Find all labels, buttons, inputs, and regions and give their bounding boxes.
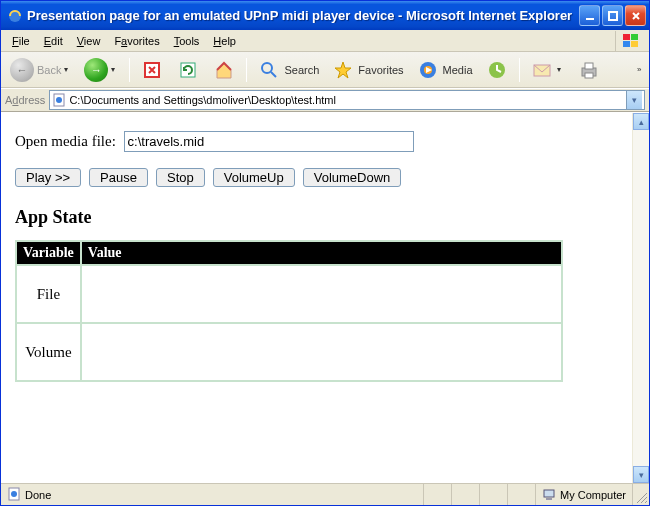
scroll-up-button[interactable]: ▴: [633, 113, 649, 130]
star-icon: [331, 58, 355, 82]
menu-file[interactable]: File: [5, 33, 37, 49]
menu-view[interactable]: View: [70, 33, 108, 49]
svg-point-9: [262, 63, 272, 73]
toolbar: ← Back ▾ → ▾ Search Favorites Media: [1, 52, 649, 88]
open-media-label: Open media file:: [15, 133, 116, 149]
print-button[interactable]: [572, 55, 606, 85]
svg-rect-15: [585, 63, 593, 69]
statusbar: Done My Computer: [1, 483, 649, 505]
refresh-icon: [176, 58, 200, 82]
refresh-button[interactable]: [171, 55, 205, 85]
mail-button[interactable]: ▾: [525, 55, 570, 85]
window-title: Presentation page for an emulated UPnP m…: [27, 8, 579, 23]
address-label: Address: [5, 94, 45, 106]
page-content: Open media file: Play >> Pause Stop Volu…: [1, 113, 632, 483]
scroll-track[interactable]: [633, 130, 649, 466]
zone-text: My Computer: [560, 489, 626, 501]
menu-tools[interactable]: Tools: [167, 33, 207, 49]
stop-nav-button[interactable]: [135, 55, 169, 85]
controls-row: Play >> Pause Stop VolumeUp VolumeDown: [15, 168, 618, 187]
svg-rect-22: [546, 498, 552, 500]
svg-point-20: [11, 491, 17, 497]
computer-icon: [542, 487, 556, 503]
history-icon: [485, 58, 509, 82]
status-empty: [480, 484, 508, 505]
svg-rect-2: [609, 12, 617, 20]
col-variable: Variable: [16, 241, 81, 265]
toolbar-overflow[interactable]: »: [637, 65, 645, 74]
media-file-input[interactable]: [124, 131, 414, 152]
svg-rect-5: [623, 41, 630, 47]
address-dropdown-button[interactable]: ▾: [626, 91, 642, 109]
page-icon: [52, 93, 66, 107]
back-button[interactable]: ← Back ▾: [5, 55, 77, 85]
address-bar: Address C:\Documents and Settings\dmoliv…: [1, 88, 649, 112]
svg-point-18: [56, 97, 62, 103]
separator: [246, 58, 247, 82]
separator: [519, 58, 520, 82]
forward-button[interactable]: → ▾: [79, 55, 124, 85]
forward-icon: →: [84, 58, 108, 82]
address-input[interactable]: C:\Documents and Settings\dmoliver\Deskt…: [49, 90, 645, 110]
open-media-row: Open media file:: [15, 131, 618, 152]
back-icon: ←: [10, 58, 34, 82]
back-label: Back: [37, 64, 61, 76]
mail-icon: [530, 58, 554, 82]
app-state-table: Variable Value File Volume: [15, 240, 563, 382]
value-cell: [81, 323, 562, 381]
favorites-button[interactable]: Favorites: [326, 55, 408, 85]
favorites-label: Favorites: [358, 64, 403, 76]
history-button[interactable]: [480, 55, 514, 85]
svg-rect-1: [586, 18, 594, 20]
svg-rect-3: [623, 34, 630, 40]
play-button[interactable]: Play >>: [15, 168, 81, 187]
svg-rect-4: [631, 34, 638, 40]
status-empty: [508, 484, 536, 505]
svg-rect-16: [585, 73, 593, 78]
chevron-down-icon[interactable]: ▾: [111, 65, 119, 74]
separator: [129, 58, 130, 82]
home-icon: [212, 58, 236, 82]
titlebar[interactable]: Presentation page for an emulated UPnP m…: [1, 1, 649, 30]
scroll-down-button[interactable]: ▾: [633, 466, 649, 483]
status-empty: [424, 484, 452, 505]
home-button[interactable]: [207, 55, 241, 85]
status-text: Done: [25, 489, 51, 501]
address-text: C:\Documents and Settings\dmoliver\Deskt…: [69, 94, 626, 106]
col-value: Value: [81, 241, 562, 265]
app-state-heading: App State: [15, 207, 618, 228]
search-label: Search: [284, 64, 319, 76]
media-icon: [416, 58, 440, 82]
volumeup-button[interactable]: VolumeUp: [213, 168, 295, 187]
menu-edit[interactable]: Edit: [37, 33, 70, 49]
search-button[interactable]: Search: [252, 55, 324, 85]
svg-rect-6: [631, 41, 638, 47]
search-icon: [257, 58, 281, 82]
var-cell: Volume: [16, 323, 81, 381]
table-header-row: Variable Value: [16, 241, 562, 265]
vertical-scrollbar[interactable]: ▴ ▾: [632, 113, 649, 483]
pause-button[interactable]: Pause: [89, 168, 148, 187]
chevron-down-icon[interactable]: ▾: [557, 65, 565, 74]
menubar: File Edit View Favorites Tools Help: [1, 30, 649, 52]
volumedown-button[interactable]: VolumeDown: [303, 168, 402, 187]
stop-icon: [140, 58, 164, 82]
table-row: Volume: [16, 323, 562, 381]
media-label: Media: [443, 64, 473, 76]
menu-help[interactable]: Help: [206, 33, 243, 49]
page-icon: [7, 487, 21, 503]
browser-window: Presentation page for an emulated UPnP m…: [0, 0, 650, 506]
minimize-button[interactable]: [579, 5, 600, 26]
media-button[interactable]: Media: [411, 55, 478, 85]
close-button[interactable]: [625, 5, 646, 26]
resize-grip[interactable]: [633, 484, 649, 505]
status-empty: [452, 484, 480, 505]
chevron-down-icon[interactable]: ▾: [64, 65, 72, 74]
var-cell: File: [16, 265, 81, 323]
windows-flag-icon: [615, 31, 645, 51]
maximize-button[interactable]: [602, 5, 623, 26]
print-icon: [577, 58, 601, 82]
menu-favorites[interactable]: Favorites: [107, 33, 166, 49]
stop-button[interactable]: Stop: [156, 168, 205, 187]
table-row: File: [16, 265, 562, 323]
